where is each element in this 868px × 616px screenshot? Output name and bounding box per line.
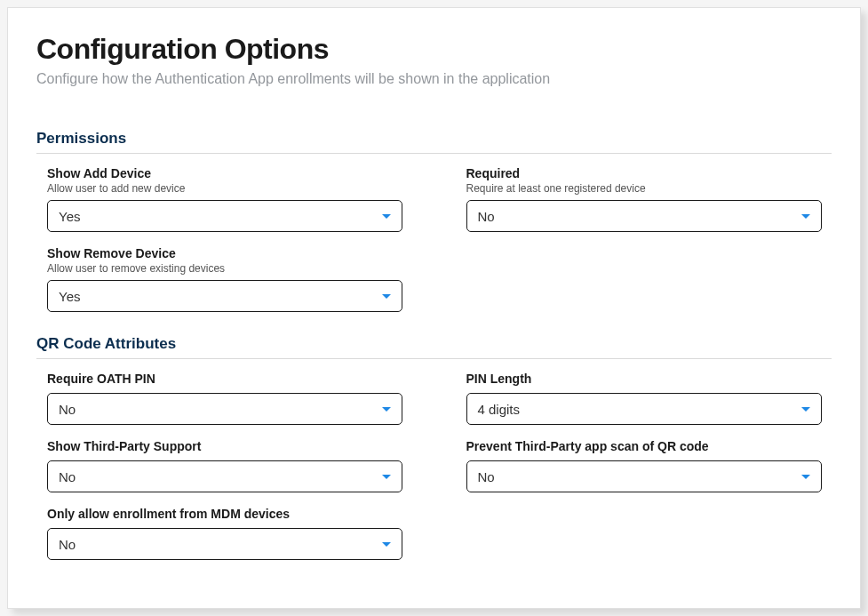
select-show-remove-device[interactable]: Yes: [47, 280, 402, 312]
empty-cell: [466, 246, 832, 312]
chevron-down-icon: [382, 542, 391, 547]
label-show-remove-device: Show Remove Device: [47, 246, 413, 260]
chevron-down-icon: [801, 475, 810, 479]
field-show-add-device: Show Add Device Allow user to add new de…: [47, 166, 413, 232]
qr-grid: Require OATH PIN No PIN Length 4 digits …: [36, 372, 832, 560]
field-show-remove-device: Show Remove Device Allow user to remove …: [47, 246, 413, 312]
select-value: Yes: [59, 209, 382, 224]
select-value: No: [478, 209, 801, 224]
select-value: No: [59, 469, 382, 484]
desc-show-remove-device: Allow user to remove existing devices: [47, 262, 413, 275]
chevron-down-icon: [382, 407, 391, 412]
page-title: Configuration Options: [36, 33, 832, 66]
label-show-add-device: Show Add Device: [47, 166, 413, 180]
field-only-mdm: Only allow enrollment from MDM devices N…: [47, 507, 413, 560]
chevron-down-icon: [382, 475, 391, 479]
select-value: No: [478, 469, 801, 484]
select-required[interactable]: No: [466, 200, 822, 232]
chevron-down-icon: [801, 214, 810, 219]
config-card: Configuration Options Configure how the …: [7, 7, 861, 609]
permissions-grid: Show Add Device Allow user to add new de…: [36, 166, 832, 312]
label-show-third-party: Show Third-Party Support: [47, 439, 413, 453]
select-show-add-device[interactable]: Yes: [47, 200, 402, 232]
select-value: No: [59, 402, 382, 417]
field-require-oath-pin: Require OATH PIN No: [47, 372, 413, 425]
label-only-mdm: Only allow enrollment from MDM devices: [47, 507, 413, 521]
select-require-oath-pin[interactable]: No: [47, 393, 402, 425]
field-prevent-third-party-scan: Prevent Third-Party app scan of QR code …: [466, 439, 832, 492]
label-require-oath-pin: Require OATH PIN: [47, 372, 413, 386]
section-title-permissions: Permissions: [36, 130, 832, 154]
field-required: Required Require at least one registered…: [466, 166, 832, 232]
select-prevent-third-party-scan[interactable]: No: [466, 460, 822, 492]
label-prevent-third-party-scan: Prevent Third-Party app scan of QR code: [466, 439, 832, 453]
chevron-down-icon: [382, 214, 391, 219]
select-value: No: [59, 537, 382, 552]
select-show-third-party[interactable]: No: [47, 460, 402, 492]
section-permissions: Permissions Show Add Device Allow user t…: [36, 130, 832, 312]
select-value: Yes: [59, 289, 382, 304]
select-only-mdm[interactable]: No: [47, 528, 402, 560]
chevron-down-icon: [801, 407, 810, 412]
select-value: 4 digits: [478, 402, 801, 417]
label-pin-length: PIN Length: [466, 372, 832, 386]
page-subtitle: Configure how the Authentication App enr…: [36, 71, 832, 87]
empty-cell: [466, 507, 832, 560]
label-required: Required: [466, 166, 832, 180]
section-title-qr: QR Code Attributes: [36, 335, 832, 359]
chevron-down-icon: [382, 294, 391, 299]
desc-required: Require at least one registered device: [466, 182, 832, 195]
field-show-third-party: Show Third-Party Support No: [47, 439, 413, 492]
field-pin-length: PIN Length 4 digits: [466, 372, 832, 425]
desc-show-add-device: Allow user to add new device: [47, 182, 413, 195]
select-pin-length[interactable]: 4 digits: [466, 393, 822, 425]
section-qr: QR Code Attributes Require OATH PIN No P…: [36, 335, 832, 560]
